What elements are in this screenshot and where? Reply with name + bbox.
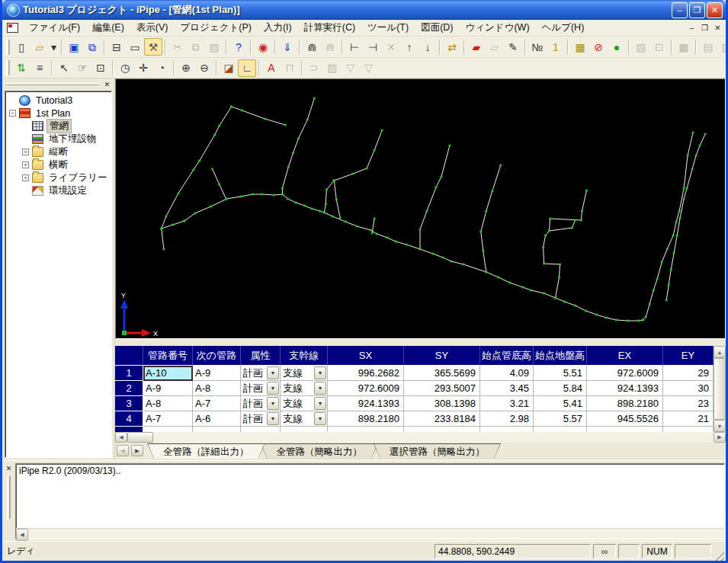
menu-tools[interactable]: ツール(T) [361, 20, 415, 36]
pipe-node[interactable] [683, 198, 685, 200]
pipe-node[interactable] [432, 253, 435, 255]
mdi-system-icon[interactable] [7, 23, 18, 33]
tree-item-cross-section[interactable]: +横断 [5, 158, 111, 171]
menu-help[interactable]: ヘルプ(H) [536, 20, 591, 36]
pipe-node[interactable] [352, 173, 354, 175]
move-up-button[interactable]: ↑ [400, 38, 419, 56]
column-header-始点地盤高[interactable]: 始点地盤高 [534, 346, 587, 366]
pipe-node[interactable] [386, 237, 389, 239]
pipe-node[interactable] [499, 165, 502, 167]
table-cell[interactable]: 365.5699 [404, 366, 480, 381]
output-grip[interactable] [7, 476, 11, 519]
pipe-node[interactable] [374, 218, 376, 220]
pipe-node[interactable] [649, 303, 651, 305]
table-cell[interactable]: 支線▼ [281, 366, 328, 381]
pipe-node[interactable] [264, 118, 266, 120]
pipe-node[interactable] [419, 229, 422, 231]
pipe-polyline[interactable] [550, 220, 576, 231]
menu-edit[interactable]: 編集(E) [86, 20, 130, 36]
table-cell[interactable]: 5.57 [534, 411, 587, 427]
zoom-in-button[interactable]: ⊕ [177, 59, 195, 77]
menu-input[interactable]: 入力(I) [258, 20, 298, 36]
pipe-node[interactable] [356, 226, 358, 228]
table-cell[interactable]: A-9 [193, 366, 241, 381]
ucs-axis-button[interactable]: ∟ [238, 59, 256, 77]
pipe-node[interactable] [554, 297, 556, 299]
green-area-button[interactable]: ● [608, 38, 626, 56]
pipe-node[interactable] [211, 168, 213, 171]
output-hscrollbar[interactable]: ◀ [16, 528, 724, 539]
pipe-node[interactable] [683, 187, 685, 190]
dropdown-arrow-icon[interactable]: ▼ [267, 412, 279, 425]
pipe-polyline[interactable] [372, 219, 374, 233]
pipe-node[interactable] [544, 235, 547, 237]
pipe-node[interactable] [177, 193, 179, 195]
row-number[interactable]: 2 [115, 381, 143, 396]
pipe-node[interactable] [210, 206, 212, 208]
toolbar-grip[interactable] [6, 40, 10, 55]
column-header-管路番号[interactable]: 管路番号 [143, 346, 193, 366]
table-cell[interactable]: A-9 [143, 381, 193, 396]
table-cell[interactable]: 21 [663, 411, 714, 427]
pipe-node[interactable] [172, 224, 174, 226]
pipe-node[interactable] [482, 250, 484, 252]
dropdown-arrow-icon[interactable]: ▼ [314, 366, 326, 379]
pipe-node[interactable] [449, 145, 451, 147]
numbering-123-button[interactable]: № [528, 38, 547, 56]
pipe-node[interactable] [371, 232, 374, 235]
pipe-node[interactable] [548, 230, 550, 232]
maximize-button[interactable]: ❐ [689, 2, 705, 18]
row-number[interactable]: 4 [115, 411, 143, 427]
pipe-polyline[interactable] [420, 146, 450, 249]
pipe-node[interactable] [160, 228, 162, 230]
pipe-node[interactable] [218, 184, 220, 186]
pipe-polyline[interactable] [162, 229, 164, 249]
output-console[interactable]: iPipe R2.0 (2009/03/13).. ◀ [15, 463, 725, 539]
table-cell[interactable]: 29 [663, 366, 714, 381]
resize-grip[interactable] [714, 550, 724, 561]
table-cell[interactable]: 233.8184 [404, 411, 480, 427]
pipe-node[interactable] [261, 194, 263, 196]
table-cell[interactable]: 支線▼ [281, 381, 328, 396]
table-cell[interactable]: 4.09 [480, 366, 534, 381]
dropdown-arrow-icon[interactable]: ▼ [267, 382, 279, 395]
table-cell[interactable]: 996.2682 [328, 366, 404, 381]
pipe-node[interactable] [325, 203, 327, 206]
pipe-node[interactable] [345, 221, 347, 223]
pipe-node[interactable] [549, 218, 551, 220]
pipe-node[interactable] [521, 286, 524, 289]
pipe-node[interactable] [595, 314, 598, 316]
column-header-EX[interactable]: EX [587, 346, 663, 366]
pipe-polyline[interactable] [162, 107, 232, 229]
pipe-node[interactable] [679, 217, 681, 219]
select-arrow-button[interactable]: ↖ [55, 59, 73, 77]
zoom-dynamic-button[interactable]: ◔ [152, 59, 171, 77]
pipe-node[interactable] [656, 278, 659, 280]
menu-window[interactable]: ウィンドウ(W) [459, 20, 535, 36]
layers-button[interactable]: ≡ [30, 59, 49, 77]
flip-direction-button[interactable]: ⇄ [443, 38, 461, 56]
pipe-node[interactable] [287, 198, 289, 200]
table-cell[interactable]: A-7 [193, 396, 241, 411]
open-file-button[interactable]: ▱ [30, 38, 49, 56]
pipe-node[interactable] [637, 320, 640, 322]
table-vscrollbar[interactable]: ▲ ▼ [714, 346, 726, 432]
pipe-polyline[interactable] [324, 181, 334, 213]
table-cell[interactable]: 972.6009 [587, 366, 663, 381]
pipe-node[interactable] [281, 194, 284, 196]
pipe-node[interactable] [687, 155, 689, 157]
pipe-node[interactable] [642, 319, 644, 321]
pipe-node[interactable] [162, 248, 165, 251]
minimize-button[interactable]: – [672, 2, 688, 18]
pipe-node[interactable] [332, 216, 334, 218]
vscroll-thumb[interactable] [714, 358, 726, 420]
tree-item-environment[interactable]: 環境設定 [5, 184, 111, 197]
expand-plus-icon[interactable]: + [22, 174, 29, 181]
move-down-button[interactable]: ↓ [419, 38, 437, 56]
table-cell[interactable]: 3.21 [480, 396, 534, 411]
find-button[interactable]: ⋒ [303, 38, 321, 56]
column-header-SY[interactable]: SY [404, 346, 480, 366]
table-cell[interactable]: A-8 [143, 396, 193, 411]
pipe-polyline[interactable] [666, 134, 705, 300]
pipe-node[interactable] [691, 168, 694, 171]
